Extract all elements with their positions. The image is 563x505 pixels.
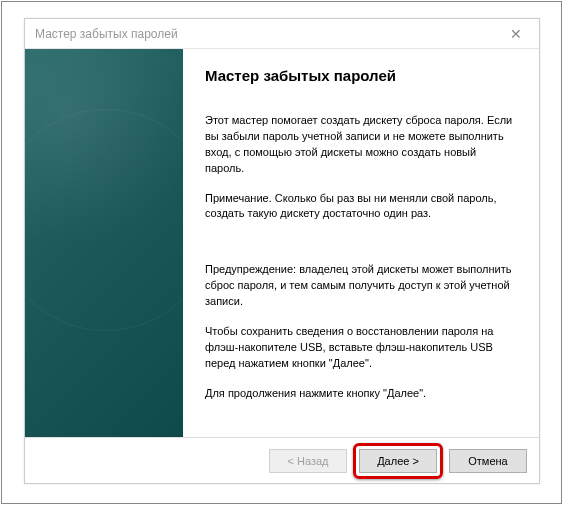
wizard-window: Мастер забытых паролей ✕ Мастер забытых … [24, 18, 540, 484]
next-highlight: Далее > [353, 443, 443, 479]
window-title: Мастер забытых паролей [35, 27, 178, 41]
wizard-sidebar [25, 49, 183, 437]
titlebar: Мастер забытых паролей ✕ [25, 19, 539, 49]
continue-paragraph: Для продолжения нажмите кнопку "Далее". [205, 386, 517, 402]
wizard-main: Мастер забытых паролей Этот мастер помог… [183, 49, 539, 437]
back-button: < Назад [269, 449, 347, 473]
screenshot-frame: Мастер забытых паролей ✕ Мастер забытых … [1, 1, 562, 504]
next-button[interactable]: Далее > [359, 449, 437, 473]
intro-paragraph: Этот мастер помогает создать дискету сбр… [205, 113, 517, 177]
close-icon[interactable]: ✕ [501, 23, 531, 45]
warning-paragraph: Предупреждение: владелец этой дискеты мо… [205, 262, 517, 310]
page-title: Мастер забытых паролей [205, 65, 517, 87]
cancel-button[interactable]: Отмена [449, 449, 527, 473]
note-paragraph: Примечание. Сколько бы раз вы ни меняли … [205, 191, 517, 223]
content-area: Мастер забытых паролей Этот мастер помог… [25, 49, 539, 437]
usb-paragraph: Чтобы сохранить сведения о восстановлени… [205, 324, 517, 372]
wizard-footer: < Назад Далее > Отмена [25, 437, 539, 483]
